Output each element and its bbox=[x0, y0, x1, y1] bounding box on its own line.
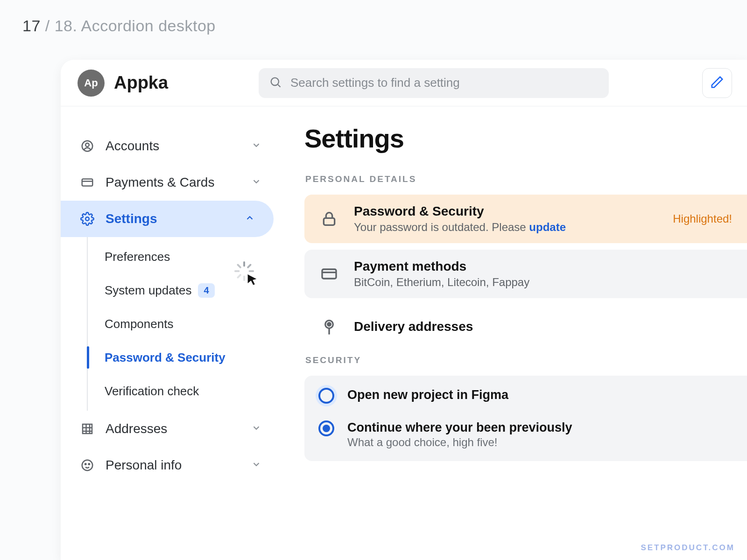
tile-title: Password & Security bbox=[354, 204, 659, 219]
watermark: SETPRODUCT.COM bbox=[641, 543, 735, 553]
tile-password-security[interactable]: Password & Security Your password is out… bbox=[304, 195, 747, 243]
main-content: Settings PERSONAL DETAILS Password & Sec… bbox=[280, 106, 747, 560]
chevron-down-icon bbox=[251, 421, 261, 436]
page-total-label: 18. Accordion desktop bbox=[55, 17, 216, 35]
user-circle-icon bbox=[79, 138, 95, 154]
update-link[interactable]: update bbox=[529, 221, 566, 233]
face-icon bbox=[79, 457, 95, 473]
updates-badge: 4 bbox=[198, 283, 214, 298]
search-icon bbox=[269, 76, 282, 91]
sub-item-components[interactable]: Components bbox=[88, 307, 280, 341]
highlighted-badge: Highlighted! bbox=[673, 212, 732, 225]
cursor-icon bbox=[246, 273, 259, 287]
app-card: Ap Appka Search settings to find a setti… bbox=[61, 60, 747, 560]
tile-payment-methods[interactable]: Payment methods BitCoin, Etherium, Litec… bbox=[304, 250, 747, 298]
chevron-down-icon bbox=[251, 175, 261, 190]
search-placeholder: Search settings to find a setting bbox=[290, 76, 460, 90]
topbar: Ap Appka Search settings to find a setti… bbox=[61, 60, 747, 106]
page-counter: 17 / 18. Accordion desktop bbox=[22, 17, 216, 35]
radio-label: Continue where your been previously bbox=[347, 420, 572, 435]
svg-point-14 bbox=[89, 463, 90, 465]
sidebar-item-personal-info[interactable]: Personal info bbox=[61, 447, 280, 483]
tile-subtitle: Your password is outdated. Please update bbox=[354, 221, 659, 234]
page-current: 17 bbox=[22, 17, 41, 35]
brand: Ap Appka bbox=[78, 70, 246, 97]
map-pin-icon bbox=[318, 316, 340, 337]
svg-rect-24 bbox=[322, 269, 336, 279]
sidebar-item-label: Payments & Cards bbox=[106, 175, 214, 190]
svg-point-3 bbox=[85, 143, 89, 147]
credit-card-icon bbox=[318, 263, 340, 285]
chevron-down-icon bbox=[251, 458, 261, 473]
security-radio-group: Open new project in Figma Continue where… bbox=[304, 376, 747, 461]
radio-continue[interactable] bbox=[318, 420, 334, 436]
brand-name: Appka bbox=[114, 73, 168, 93]
sidebar-item-accounts[interactable]: Accounts bbox=[61, 128, 280, 164]
page-title: Settings bbox=[304, 123, 747, 154]
sidebar-item-label: Addresses bbox=[106, 421, 167, 436]
search-input[interactable]: Search settings to find a setting bbox=[259, 68, 609, 98]
sidebar-item-label: Accounts bbox=[106, 139, 159, 154]
chevron-up-icon bbox=[245, 211, 255, 226]
sub-item-verification[interactable]: Verification check bbox=[88, 374, 280, 408]
svg-point-6 bbox=[85, 217, 89, 221]
radio-sublabel: What a good choice, high five! bbox=[347, 436, 572, 449]
settings-subnav: Preferences System updates 4 Components … bbox=[87, 237, 280, 411]
sidebar-item-label: Settings bbox=[106, 211, 157, 226]
grid-icon bbox=[79, 421, 95, 437]
tile-title: Delivery addresses bbox=[354, 319, 735, 334]
svg-point-27 bbox=[328, 323, 331, 326]
lock-icon bbox=[318, 208, 340, 230]
radio-label: Open new project in Figma bbox=[347, 388, 508, 402]
gear-icon bbox=[79, 211, 95, 227]
svg-point-13 bbox=[85, 463, 86, 465]
tile-subtitle: BitCoin, Etherium, Litecoin, Fappay bbox=[354, 276, 735, 289]
sub-item-password-security[interactable]: Password & Security bbox=[88, 341, 280, 374]
sidebar-item-settings[interactable]: Settings bbox=[61, 201, 274, 237]
radio-open-new[interactable] bbox=[318, 388, 334, 404]
credit-card-icon bbox=[79, 175, 95, 190]
pencil-icon bbox=[710, 75, 724, 91]
svg-rect-7 bbox=[83, 424, 92, 434]
svg-rect-23 bbox=[324, 218, 334, 225]
svg-point-12 bbox=[82, 460, 93, 471]
svg-line-1 bbox=[278, 84, 280, 87]
tile-delivery-addresses[interactable]: Delivery addresses bbox=[304, 305, 747, 349]
sidebar: Accounts Payments & Cards Settings Prefe… bbox=[61, 106, 280, 560]
sub-item-preferences[interactable]: Preferences bbox=[88, 240, 280, 273]
sidebar-item-addresses[interactable]: Addresses bbox=[61, 411, 280, 447]
sidebar-item-payments[interactable]: Payments & Cards bbox=[61, 164, 280, 201]
section-security: SECURITY bbox=[305, 355, 747, 365]
edit-button[interactable] bbox=[702, 68, 732, 98]
svg-point-0 bbox=[271, 77, 279, 85]
chevron-down-icon bbox=[251, 139, 261, 154]
svg-rect-4 bbox=[82, 179, 93, 186]
section-personal-details: PERSONAL DETAILS bbox=[305, 174, 747, 184]
sidebar-item-label: Personal info bbox=[106, 458, 182, 473]
brand-avatar: Ap bbox=[78, 70, 105, 97]
tile-title: Payment methods bbox=[354, 259, 735, 274]
